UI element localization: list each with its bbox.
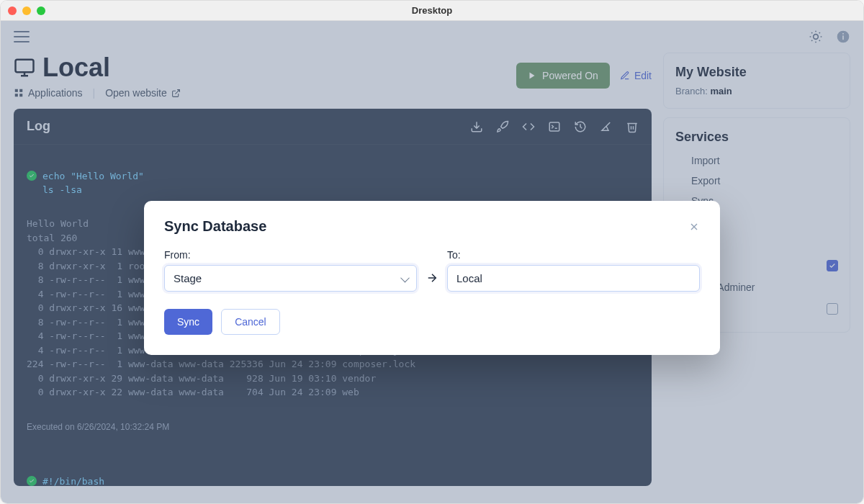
modal-title: Sync Database	[164, 218, 266, 235]
close-icon[interactable]	[688, 221, 700, 233]
from-label: From:	[164, 249, 417, 261]
window-title: Dresktop	[412, 5, 452, 16]
window-close-button[interactable]	[8, 6, 17, 15]
modal-overlay: Sync Database From: Stage	[1, 21, 863, 503]
titlebar: Dresktop	[1, 1, 863, 21]
cancel-button[interactable]: Cancel	[221, 309, 280, 335]
sync-database-modal: Sync Database From: Stage	[144, 201, 720, 355]
window-zoom-button[interactable]	[37, 6, 45, 15]
arrow-right-icon	[426, 271, 438, 284]
from-select[interactable]: Stage	[164, 265, 417, 292]
to-label: To:	[447, 249, 700, 261]
window-minimize-button[interactable]	[22, 6, 31, 15]
sync-button[interactable]: Sync	[164, 309, 212, 335]
to-input[interactable]	[447, 265, 700, 292]
